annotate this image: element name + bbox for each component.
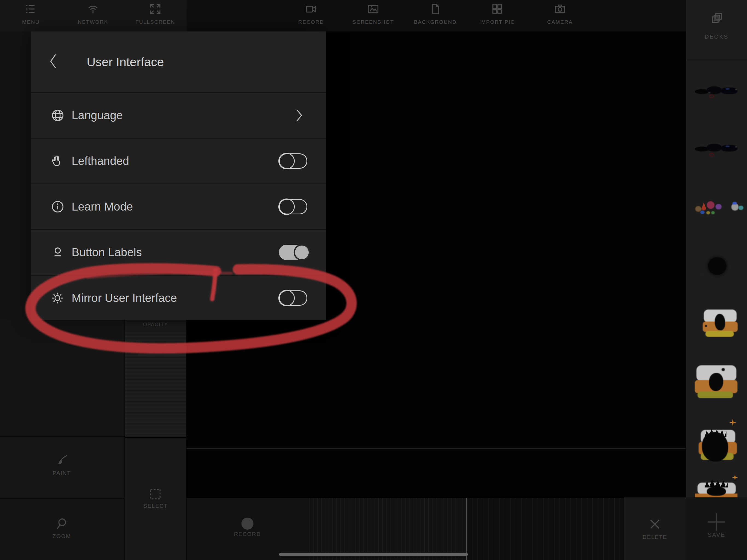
fullscreen-button[interactable]: FULLSCREEN bbox=[129, 0, 181, 31]
delete-label: DELETE bbox=[643, 534, 667, 540]
top-bar-center: RECORD SCREENSHOT BACKGROUND bbox=[187, 0, 686, 31]
paint-label: PAINT bbox=[52, 470, 71, 476]
import-pic-button[interactable]: IMPORT PIC bbox=[471, 0, 523, 31]
row-label: Learn Mode bbox=[72, 200, 133, 213]
deck-thumbnail[interactable] bbox=[697, 418, 738, 463]
button-labels-toggle[interactable] bbox=[279, 245, 307, 260]
screenshot-button[interactable]: SCREENSHOT bbox=[347, 0, 399, 31]
settings-row-button-labels[interactable]: Button Labels bbox=[31, 230, 326, 275]
settings-row-mirror-ui[interactable]: Mirror User Interface bbox=[31, 276, 326, 320]
deck-thumbnail[interactable] bbox=[695, 365, 738, 399]
save-button[interactable]: SAVE bbox=[686, 498, 747, 560]
background-label: BACKGROUND bbox=[414, 19, 457, 25]
chevron-right-icon bbox=[293, 108, 305, 123]
toggle-knob bbox=[294, 244, 310, 261]
grid-icon bbox=[491, 3, 504, 15]
plus-icon bbox=[705, 510, 728, 533]
row-label: Lefthanded bbox=[72, 154, 129, 168]
timeline-scrollbar[interactable] bbox=[279, 553, 468, 556]
deck-thumbnail[interactable] bbox=[695, 143, 739, 155]
zoom-label: ZOOM bbox=[52, 533, 71, 539]
decks-sidebar: DECKS bbox=[686, 0, 747, 498]
menu-icon bbox=[25, 3, 37, 15]
camera-label: CAMERA bbox=[547, 19, 572, 25]
record-video-button[interactable]: RECORD bbox=[285, 0, 337, 31]
camera-icon bbox=[554, 3, 566, 15]
app-screen: MENU NETWORK FULLSCREEN RECORD bbox=[0, 0, 747, 560]
fullscreen-label: FULLSCREEN bbox=[135, 19, 175, 25]
deck-thumbnail[interactable] bbox=[694, 201, 741, 215]
image-icon bbox=[367, 3, 380, 15]
top-bar-left: MENU NETWORK FULLSCREEN bbox=[0, 0, 187, 31]
zoom-tool-button[interactable]: ZOOM bbox=[0, 499, 124, 560]
record-frame-icon[interactable] bbox=[241, 518, 254, 530]
opacity-slider-track bbox=[125, 332, 186, 437]
camera-button[interactable]: CAMERA bbox=[534, 0, 586, 31]
paint-tool-button[interactable]: PAINT bbox=[0, 437, 124, 498]
select-label: SELECT bbox=[143, 503, 168, 509]
settings-row-lefthanded[interactable]: Lefthanded bbox=[31, 138, 326, 183]
timeline-frames[interactable] bbox=[310, 498, 466, 560]
settings-row-learn-mode[interactable]: Learn Mode bbox=[31, 184, 326, 229]
button-label-icon bbox=[50, 245, 65, 260]
close-icon bbox=[648, 517, 662, 531]
record-top-label: RECORD bbox=[298, 19, 324, 25]
network-label: NETWORK bbox=[78, 19, 108, 25]
canvas-edge-line bbox=[187, 448, 686, 449]
network-button[interactable]: NETWORK bbox=[67, 0, 119, 31]
fullscreen-icon bbox=[149, 3, 162, 15]
opacity-slider[interactable]: OPACITY bbox=[125, 320, 186, 437]
settings-panel: User Interface Language Lefthanded bbox=[31, 31, 326, 320]
settings-row-language[interactable]: Language bbox=[31, 93, 326, 138]
paint-palette-bottom bbox=[0, 320, 124, 436]
menu-label: MENU bbox=[22, 19, 40, 25]
opacity-label: OPACITY bbox=[143, 322, 168, 328]
row-label: Language bbox=[72, 109, 123, 122]
globe-icon bbox=[50, 108, 65, 123]
page-title: User Interface bbox=[87, 55, 164, 69]
row-label: Mirror User Interface bbox=[72, 291, 177, 305]
save-label: SAVE bbox=[707, 531, 725, 538]
magnifier-icon bbox=[55, 516, 70, 531]
back-button[interactable] bbox=[47, 53, 69, 72]
deck-thumbnail[interactable] bbox=[695, 85, 739, 96]
mirror-ui-toggle[interactable] bbox=[279, 290, 307, 306]
deck-thumbnail[interactable] bbox=[695, 475, 739, 498]
deck-thumbnail[interactable] bbox=[701, 254, 729, 281]
timeline-playhead[interactable] bbox=[466, 498, 467, 560]
background-button[interactable]: BACKGROUND bbox=[409, 0, 461, 31]
select-tool-button[interactable]: SELECT bbox=[125, 438, 186, 560]
menu-button[interactable]: MENU bbox=[5, 0, 57, 31]
video-camera-icon bbox=[305, 3, 317, 15]
row-label: Button Labels bbox=[72, 246, 142, 259]
select-marquee-icon bbox=[148, 487, 162, 501]
record-frame-label: RECORD bbox=[234, 531, 261, 537]
delete-button[interactable]: DELETE bbox=[624, 498, 686, 560]
decks-icon bbox=[710, 11, 723, 25]
decks-label: DECKS bbox=[705, 33, 728, 40]
chevron-left-icon bbox=[47, 53, 61, 70]
settings-panel-header: User Interface bbox=[31, 31, 326, 92]
screenshot-label: SCREENSHOT bbox=[353, 19, 394, 25]
toggle-knob bbox=[278, 290, 295, 306]
gear-icon bbox=[50, 291, 65, 305]
decks-button[interactable]: DECKS bbox=[686, 0, 747, 60]
timeline-frames-dim[interactable] bbox=[466, 498, 624, 560]
document-icon bbox=[429, 3, 442, 15]
hand-icon bbox=[50, 154, 64, 168]
learn-mode-toggle[interactable] bbox=[279, 199, 307, 214]
paint-brush-icon bbox=[55, 454, 70, 468]
wifi-icon bbox=[87, 3, 99, 15]
divider bbox=[0, 498, 124, 499]
toggle-knob bbox=[278, 153, 295, 169]
deck-thumbnail[interactable] bbox=[703, 309, 738, 338]
info-icon bbox=[50, 199, 65, 214]
left-edge-strip bbox=[0, 31, 31, 320]
import-pic-label: IMPORT PIC bbox=[479, 19, 515, 25]
lefthanded-toggle[interactable] bbox=[279, 153, 307, 169]
toggle-knob bbox=[278, 199, 295, 215]
